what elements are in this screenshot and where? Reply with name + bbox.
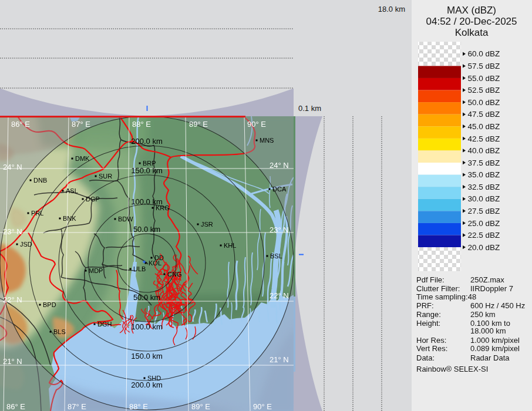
svg-text:DGH: DGH — [97, 321, 112, 328]
svg-text:88° E: 88° E — [129, 402, 148, 411]
svg-text:DMK: DMK — [75, 155, 90, 162]
svg-text:45.0 dBZ: 45.0 dBZ — [468, 122, 500, 131]
svg-text:MDP: MDP — [89, 267, 103, 274]
svg-text:DNB: DNB — [33, 177, 47, 184]
svg-text:42.5 dBZ: 42.5 dBZ — [468, 134, 500, 143]
svg-text:MAX (dBZ): MAX (dBZ) — [447, 5, 496, 16]
svg-text:0.089 km/pixel: 0.089 km/pixel — [470, 344, 520, 353]
svg-text:Time sampling:48: Time sampling:48 — [416, 292, 476, 301]
svg-text:22.5 dBZ: 22.5 dBZ — [468, 231, 500, 240]
svg-text:20.0 dBZ: 20.0 dBZ — [468, 243, 500, 252]
svg-text:BLS: BLS — [53, 328, 66, 335]
svg-text:50.0 km: 50.0 km — [133, 225, 160, 234]
svg-text:04:52 / 20-Dec-2025: 04:52 / 20-Dec-2025 — [426, 16, 517, 27]
svg-text:200.0 km: 200.0 km — [131, 380, 162, 389]
svg-text:150.0 km: 150.0 km — [131, 352, 162, 361]
svg-text:87° E: 87° E — [72, 120, 90, 129]
svg-text:Vert Res:: Vert Res: — [416, 344, 447, 353]
svg-text:BNK: BNK — [63, 215, 76, 222]
svg-text:BSL: BSL — [270, 252, 282, 260]
svg-text:47.5 dBZ: 47.5 dBZ — [468, 110, 500, 119]
svg-text:35.0 dBZ: 35.0 dBZ — [468, 170, 500, 179]
svg-text:JSD: JSD — [20, 241, 32, 248]
svg-text:Pdf File:: Pdf File: — [416, 275, 445, 284]
svg-text:27.5 dBZ: 27.5 dBZ — [468, 207, 500, 215]
svg-text:22° N: 22° N — [270, 291, 289, 300]
svg-text:18.000 km: 18.000 km — [470, 326, 506, 335]
svg-text:86° E: 86° E — [11, 120, 30, 129]
svg-text:50.0 km: 50.0 km — [133, 293, 160, 302]
svg-text:DCA: DCA — [272, 186, 287, 193]
svg-text:Rainbow® SELEX-SI: Rainbow® SELEX-SI — [416, 365, 488, 373]
svg-text:BPD: BPD — [43, 301, 56, 308]
svg-text:KOL: KOL — [149, 260, 161, 267]
svg-text:90° E: 90° E — [253, 402, 272, 411]
svg-text:32.5 dBZ: 32.5 dBZ — [468, 183, 500, 191]
svg-text:IIRDoppler 7: IIRDoppler 7 — [470, 284, 513, 293]
svg-text:Height:: Height: — [416, 319, 440, 328]
svg-text:Data:: Data: — [416, 353, 435, 362]
svg-text:100.0 km: 100.0 km — [131, 197, 162, 206]
svg-text:ASL: ASL — [66, 187, 78, 194]
svg-text:DGP: DGP — [86, 196, 100, 203]
svg-text:MNS: MNS — [260, 137, 274, 144]
svg-text:Range:: Range: — [416, 310, 441, 319]
svg-text:37.5 dBZ: 37.5 dBZ — [468, 159, 500, 167]
svg-text:CNG: CNG — [167, 271, 181, 278]
svg-text:18.0 km: 18.0 km — [378, 5, 405, 14]
svg-text:55.0 dBZ: 55.0 dBZ — [468, 74, 500, 83]
svg-text:BDW: BDW — [118, 215, 133, 223]
svg-text:600 Hz / 450 Hz: 600 Hz / 450 Hz — [470, 301, 525, 310]
svg-text:40.0 dBZ: 40.0 dBZ — [468, 146, 500, 155]
svg-text:KHL: KHL — [224, 242, 236, 249]
svg-text:SUR: SUR — [99, 173, 112, 180]
svg-text:Radar Data: Radar Data — [470, 353, 510, 362]
svg-text:25.0 dBZ: 25.0 dBZ — [468, 219, 500, 228]
svg-text:89° E: 89° E — [189, 120, 208, 129]
svg-text:JSR: JSR — [201, 221, 213, 228]
svg-text:30.0 dBZ: 30.0 dBZ — [468, 194, 500, 203]
svg-text:52.5 dBZ: 52.5 dBZ — [468, 86, 500, 95]
svg-text:PRL: PRL — [31, 210, 43, 217]
svg-text:22° N: 22° N — [3, 295, 22, 304]
svg-text:21° N: 21° N — [270, 355, 289, 364]
svg-text:250 km: 250 km — [470, 310, 496, 319]
svg-text:24° N: 24° N — [270, 161, 289, 170]
svg-text:23° N: 23° N — [3, 227, 22, 236]
svg-text:90° E: 90° E — [247, 120, 266, 129]
svg-text:60.0 dBZ: 60.0 dBZ — [468, 49, 500, 58]
svg-text:89° E: 89° E — [191, 402, 210, 411]
svg-text:88° E: 88° E — [132, 120, 151, 129]
svg-text:0.1 km: 0.1 km — [298, 104, 321, 113]
svg-text:50.0 dBZ: 50.0 dBZ — [468, 98, 500, 107]
svg-text:Kolkata: Kolkata — [455, 27, 489, 38]
svg-text:250Z.max: 250Z.max — [470, 275, 504, 284]
svg-text:ULB: ULB — [133, 265, 146, 272]
svg-text:Clutter Filter:: Clutter Filter: — [416, 284, 460, 293]
svg-text:86° E: 86° E — [6, 402, 25, 411]
svg-text:87° E: 87° E — [68, 402, 86, 411]
svg-text:150.0 km: 150.0 km — [131, 166, 162, 175]
svg-text:23° N: 23° N — [270, 225, 289, 234]
svg-text:24° N: 24° N — [3, 163, 22, 171]
svg-text:200.0 km: 200.0 km — [131, 137, 162, 146]
svg-text:PRF:: PRF: — [416, 301, 434, 310]
svg-text:100.0 km: 100.0 km — [131, 322, 162, 331]
svg-text:21° N: 21° N — [3, 357, 22, 366]
svg-text:57.5 dBZ: 57.5 dBZ — [468, 62, 500, 70]
